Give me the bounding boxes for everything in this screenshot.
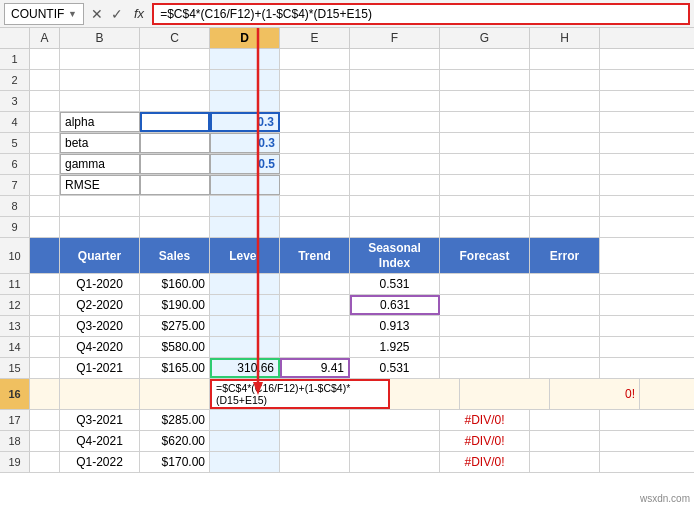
cell-d16-formula[interactable]: =$C$4*(C16/F12)+(1-$C$4)*(D15+E15) xyxy=(210,379,390,409)
cell-h1[interactable] xyxy=(530,49,600,69)
cell-c1[interactable] xyxy=(140,49,210,69)
cell-c15[interactable]: $165.00 xyxy=(140,358,210,378)
cell-g14[interactable] xyxy=(440,337,530,357)
cell-e14[interactable] xyxy=(280,337,350,357)
table-row: 6 gamma 0.5 xyxy=(0,154,694,175)
header-seasonal-index: Seasonal Index xyxy=(350,238,440,273)
cell-b7[interactable]: RMSE xyxy=(60,175,140,195)
cell-e15[interactable]: 9.41 xyxy=(280,358,350,378)
cell-c5[interactable] xyxy=(140,133,210,153)
cell-f11[interactable]: 0.531 xyxy=(350,274,440,294)
cell-g16[interactable]: 0! xyxy=(550,379,640,409)
cell-g19[interactable]: #DIV/0! xyxy=(440,452,530,472)
cell-c12[interactable]: $190.00 xyxy=(140,295,210,315)
cell-f17[interactable] xyxy=(350,410,440,430)
cell-d14[interactable] xyxy=(210,337,280,357)
cell-c19[interactable]: $170.00 xyxy=(140,452,210,472)
cell-c14[interactable]: $580.00 xyxy=(140,337,210,357)
cell-d5[interactable]: 0.3 xyxy=(210,133,280,153)
cell-g11[interactable] xyxy=(440,274,530,294)
cell-d19[interactable] xyxy=(210,452,280,472)
cell-e1[interactable] xyxy=(280,49,350,69)
cell-f14[interactable]: 1.925 xyxy=(350,337,440,357)
cell-b14[interactable]: Q4-2020 xyxy=(60,337,140,357)
col-header-b[interactable]: B xyxy=(60,28,140,48)
cell-d12[interactable] xyxy=(210,295,280,315)
cell-g17[interactable]: #DIV/0! xyxy=(440,410,530,430)
table-header-row: 10 Quarter Sales Level Trend Seasonal In… xyxy=(0,238,694,274)
cell-b1[interactable] xyxy=(60,49,140,69)
cell-c4[interactable] xyxy=(140,112,210,132)
cell-g12[interactable] xyxy=(440,295,530,315)
col-header-h[interactable]: H xyxy=(530,28,600,48)
table-row: 12 Q2-2020 $190.00 0.631 xyxy=(0,295,694,316)
cell-g13[interactable] xyxy=(440,316,530,336)
cell-h12[interactable] xyxy=(530,295,600,315)
cell-h14[interactable] xyxy=(530,337,600,357)
cell-f18[interactable] xyxy=(350,431,440,451)
cell-f15[interactable]: 0.531 xyxy=(350,358,440,378)
cell-b11[interactable]: Q1-2020 xyxy=(60,274,140,294)
col-header-g[interactable]: G xyxy=(440,28,530,48)
cell-b15[interactable]: Q1-2021 xyxy=(60,358,140,378)
cell-f12[interactable]: 0.631 xyxy=(350,295,440,315)
table-row: 13 Q3-2020 $275.00 0.913 xyxy=(0,316,694,337)
cell-b17[interactable]: Q3-2021 xyxy=(60,410,140,430)
cell-h11[interactable] xyxy=(530,274,600,294)
name-box-dropdown-icon[interactable]: ▼ xyxy=(68,9,77,19)
table-row: 17 Q3-2021 $285.00 #DIV/0! xyxy=(0,410,694,431)
cell-d6[interactable]: 0.5 xyxy=(210,154,280,174)
cell-h17[interactable] xyxy=(530,410,600,430)
header-quarter: Quarter xyxy=(60,238,140,273)
cell-b12[interactable]: Q2-2020 xyxy=(60,295,140,315)
cell-e11[interactable] xyxy=(280,274,350,294)
cell-e17[interactable] xyxy=(280,410,350,430)
cell-e13[interactable] xyxy=(280,316,350,336)
cell-d11[interactable] xyxy=(210,274,280,294)
cell-e18[interactable] xyxy=(280,431,350,451)
cell-f13[interactable]: 0.913 xyxy=(350,316,440,336)
cell-c17[interactable]: $285.00 xyxy=(140,410,210,430)
cell-c18[interactable]: $620.00 xyxy=(140,431,210,451)
header-error: Error xyxy=(530,238,600,273)
cell-f19[interactable] xyxy=(350,452,440,472)
cell-b19[interactable]: Q1-2022 xyxy=(60,452,140,472)
table-row: 14 Q4-2020 $580.00 1.925 xyxy=(0,337,694,358)
cell-b6[interactable]: gamma xyxy=(60,154,140,174)
cell-h15[interactable] xyxy=(530,358,600,378)
cell-f1[interactable] xyxy=(350,49,440,69)
cancel-formula-button[interactable]: ✕ xyxy=(88,6,106,22)
col-header-e[interactable]: E xyxy=(280,28,350,48)
cell-g1[interactable] xyxy=(440,49,530,69)
cell-h18[interactable] xyxy=(530,431,600,451)
cell-d4[interactable]: 0.3 xyxy=(210,112,280,132)
col-header-a[interactable]: A xyxy=(30,28,60,48)
cell-h13[interactable] xyxy=(530,316,600,336)
cell-a1[interactable] xyxy=(30,49,60,69)
col-header-c[interactable]: C xyxy=(140,28,210,48)
header-forecast: Forecast xyxy=(440,238,530,273)
cell-d1[interactable] xyxy=(210,49,280,69)
name-box[interactable]: COUNTIF ▼ xyxy=(4,3,84,25)
cell-e19[interactable] xyxy=(280,452,350,472)
cell-g18[interactable]: #DIV/0! xyxy=(440,431,530,451)
cell-d13[interactable] xyxy=(210,316,280,336)
formula-input[interactable] xyxy=(152,3,690,25)
column-headers: A B C D E F G H xyxy=(0,28,694,49)
cell-b13[interactable]: Q3-2020 xyxy=(60,316,140,336)
cell-b4[interactable]: alpha xyxy=(60,112,140,132)
confirm-formula-button[interactable]: ✓ xyxy=(108,6,126,22)
cell-d17[interactable] xyxy=(210,410,280,430)
cell-h19[interactable] xyxy=(530,452,600,472)
cell-c11[interactable]: $160.00 xyxy=(140,274,210,294)
cell-c6[interactable] xyxy=(140,154,210,174)
cell-g15[interactable] xyxy=(440,358,530,378)
cell-b5[interactable]: beta xyxy=(60,133,140,153)
cell-c13[interactable]: $275.00 xyxy=(140,316,210,336)
cell-b18[interactable]: Q4-2021 xyxy=(60,431,140,451)
cell-d15[interactable]: 310.66 xyxy=(210,358,280,378)
col-header-d[interactable]: D xyxy=(210,28,280,48)
cell-e12[interactable] xyxy=(280,295,350,315)
cell-d18[interactable] xyxy=(210,431,280,451)
col-header-f[interactable]: F xyxy=(350,28,440,48)
